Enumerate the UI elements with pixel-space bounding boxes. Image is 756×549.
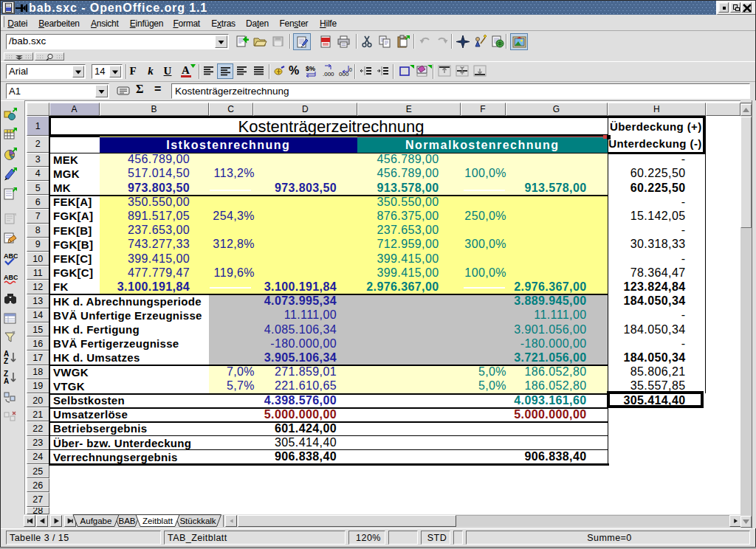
svg-text:BAB: BAB bbox=[118, 517, 135, 525]
svg-text:Z: Z bbox=[4, 357, 8, 365]
svg-text:$%: $% bbox=[306, 65, 315, 72]
svg-text:.000: .000 bbox=[323, 71, 334, 77]
svg-text:.0: .0 bbox=[348, 67, 352, 72]
svg-text:ABC: ABC bbox=[4, 274, 18, 281]
svg-text:Aufgabe: Aufgabe bbox=[80, 517, 112, 525]
svg-text:Stückkalk: Stückkalk bbox=[179, 517, 216, 525]
svg-text:ABC: ABC bbox=[4, 252, 18, 260]
svg-text:A: A bbox=[4, 377, 9, 384]
svg-text:Zeitblatt: Zeitblatt bbox=[142, 517, 173, 525]
